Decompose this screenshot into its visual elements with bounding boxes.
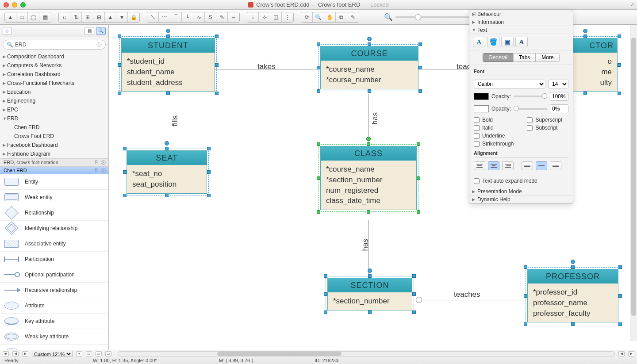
- page-thumb-3[interactable]: ▭: [105, 351, 111, 356]
- align-tool[interactable]: ⎌: [59, 12, 70, 22]
- align-right-button[interactable]: [502, 161, 514, 170]
- snap-grid-tool[interactable]: ⫶: [247, 12, 259, 22]
- zoom-out-icon[interactable]: 🔍: [384, 13, 393, 21]
- scroll-left-button[interactable]: ◀: [618, 351, 625, 356]
- stencil-group-header[interactable]: Chen ERD⎘ⓧ: [0, 166, 108, 174]
- tab-tabs[interactable]: Tabs: [513, 53, 536, 62]
- ortho-tool[interactable]: └: [182, 12, 193, 22]
- fill-color-swatch[interactable]: [474, 93, 489, 100]
- refresh-tool[interactable]: ⟳: [301, 12, 313, 22]
- page-next-button[interactable]: ▶: [22, 351, 28, 356]
- stencil-item[interactable]: Participation: [0, 252, 108, 267]
- stencil-item[interactable]: Identifying relationship: [0, 221, 108, 236]
- entity-class[interactable]: CLASS *course_name *section_number num_r…: [320, 146, 417, 210]
- library-tree-toggle[interactable]: ⊞: [3, 27, 12, 35]
- stroke-color-swatch[interactable]: [474, 105, 489, 112]
- page-first-button[interactable]: ⏮: [3, 351, 9, 356]
- tree-item[interactable]: ▶Facebook Dashboard: [0, 141, 108, 149]
- page-thumb-2[interactable]: ▭: [96, 351, 102, 356]
- stencil-item[interactable]: Recursive relationship: [0, 283, 108, 298]
- entity-student[interactable]: STUDENT *student_id student_name student…: [121, 38, 215, 92]
- canvas-vertical-scrollbar[interactable]: [630, 25, 637, 341]
- distribute-tool[interactable]: ⇅: [70, 12, 82, 22]
- connector-teaches[interactable]: [413, 300, 527, 300]
- freehand-tool[interactable]: ✎: [216, 12, 228, 22]
- rectangle-tool[interactable]: ▭: [16, 12, 28, 22]
- valign-top-button[interactable]: [522, 161, 533, 170]
- tree-item[interactable]: ▶Fishbone Diagram: [0, 149, 108, 158]
- library-grid-view[interactable]: ▦: [84, 27, 94, 35]
- underline-checkbox[interactable]: Underline: [474, 133, 514, 139]
- snap-objects-tool[interactable]: ◫: [270, 12, 282, 22]
- section-behaviour[interactable]: ▶Behaviour: [469, 10, 573, 18]
- text-font-icon[interactable]: A: [515, 37, 528, 47]
- crop-tool[interactable]: ⧉: [336, 12, 347, 22]
- fullscreen-icon[interactable]: ⤢: [630, 2, 634, 8]
- back-tool[interactable]: ▼: [116, 12, 128, 22]
- entity-section[interactable]: SECTION *section_number: [327, 278, 412, 310]
- zoom-tool[interactable]: 🔍: [313, 12, 324, 22]
- font-size-select[interactable]: 14: [548, 80, 568, 88]
- inspector-panel[interactable]: ▶Behaviour ▶Information ▼Text A 🪣 ▣ A Ge…: [469, 10, 573, 204]
- stencil-item[interactable]: Entity: [0, 174, 108, 190]
- stencil-item[interactable]: Optional participation: [0, 267, 108, 283]
- tab-general[interactable]: General: [483, 53, 513, 62]
- smart-connector-tool[interactable]: ↔: [228, 12, 239, 22]
- section-information[interactable]: ▶Information: [469, 18, 573, 26]
- subscript-checkbox[interactable]: Subscript: [527, 125, 562, 131]
- section-presentation-mode[interactable]: ▶Presentation Mode: [469, 188, 573, 195]
- entity-seat[interactable]: SEAT *seat_no seat_position: [127, 150, 207, 194]
- library-search-input[interactable]: 🔍 ERD ⓧ: [3, 40, 106, 50]
- entity-course[interactable]: COURSE *course_name *course_number: [320, 46, 418, 89]
- close-icon[interactable]: ⓧ: [101, 167, 106, 174]
- library-search-toggle[interactable]: 🔍: [96, 27, 106, 35]
- stencil-list[interactable]: EntityWeak entityRelationshipIdentifying…: [0, 174, 108, 350]
- stencil-item[interactable]: Derived attribute: [0, 345, 108, 350]
- text-shadow-icon[interactable]: ▣: [501, 37, 514, 47]
- curve-tool[interactable]: 〰: [159, 12, 170, 22]
- stencil-item[interactable]: Weak entity: [0, 190, 108, 205]
- tab-more[interactable]: More: [536, 53, 559, 62]
- align-left-button[interactable]: [474, 161, 485, 170]
- tree-item[interactable]: ▼ERD: [0, 114, 108, 123]
- bezier-tool[interactable]: S: [205, 12, 216, 22]
- stencil-item[interactable]: Relationship: [0, 205, 108, 221]
- close-icon[interactable]: ⓧ: [101, 159, 106, 166]
- pin-icon[interactable]: ⎘: [95, 167, 98, 174]
- section-text[interactable]: ▼Text: [469, 26, 573, 34]
- strikethrough-checkbox[interactable]: Strikethrough: [474, 141, 514, 147]
- eyedropper-tool[interactable]: ✎: [347, 12, 359, 22]
- search-clear-button[interactable]: ⓧ: [96, 41, 102, 49]
- zoom-combo[interactable]: Custom 121%: [32, 351, 73, 357]
- opacity-fill-value[interactable]: [550, 92, 568, 101]
- pointer-tool[interactable]: ▲: [5, 12, 16, 22]
- tree-child-item[interactable]: Crows Foot ERD: [0, 132, 108, 141]
- opacity-stroke-slider[interactable]: [514, 108, 547, 110]
- zoom-options-button[interactable]: ▾: [76, 351, 82, 356]
- italic-checkbox[interactable]: Italic: [474, 125, 514, 131]
- bold-checkbox[interactable]: Bold: [474, 117, 514, 123]
- tree-item[interactable]: ▶Engineering: [0, 96, 108, 105]
- tree-item[interactable]: ▶Composition Dashboard: [0, 52, 108, 61]
- spline-tool[interactable]: ∿: [193, 12, 205, 22]
- auto-expand-checkbox[interactable]: Text auto expand mode: [474, 174, 568, 184]
- opacity-stroke-value[interactable]: [550, 104, 568, 113]
- entity-professor[interactable]: PROFESSOR *professor_id professor_name p…: [527, 269, 618, 322]
- pin-icon[interactable]: ⎘: [95, 159, 98, 166]
- align-center-button[interactable]: [488, 161, 499, 170]
- ungroup-tool[interactable]: ⊟: [93, 12, 105, 22]
- stencil-item[interactable]: Attribute: [0, 298, 108, 314]
- library-tree[interactable]: ▶Composition Dashboard▶Computers & Netwo…: [0, 52, 108, 158]
- snap-guides-tool[interactable]: ⊹: [259, 12, 270, 22]
- page-thumb-1[interactable]: ▭: [86, 351, 92, 356]
- table-tool[interactable]: ▦: [39, 12, 51, 22]
- tree-item[interactable]: ▶Correlation Dashboard: [0, 70, 108, 79]
- line-tool[interactable]: ＼: [147, 12, 159, 22]
- inspector-close-button[interactable]: [472, 12, 476, 16]
- tree-item[interactable]: ▶Computers & Networks: [0, 61, 108, 70]
- valign-middle-button[interactable]: [536, 161, 547, 170]
- ellipse-tool[interactable]: ◯: [28, 12, 39, 22]
- page-prev-button[interactable]: ◀: [12, 351, 19, 356]
- pan-tool[interactable]: ✋: [324, 12, 336, 22]
- horizontal-scrollbar[interactable]: [118, 351, 615, 356]
